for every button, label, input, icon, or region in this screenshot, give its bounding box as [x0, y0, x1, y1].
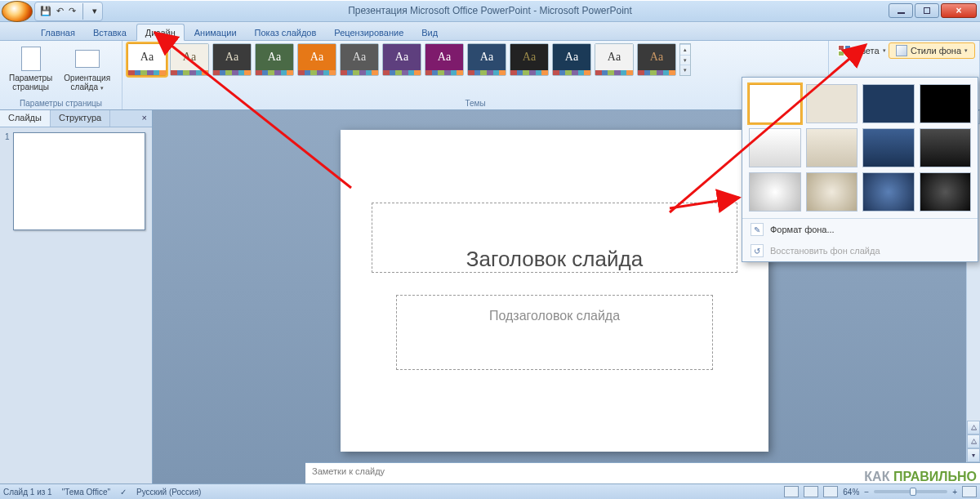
theme-aa: Aa [171, 44, 208, 70]
bgstyles-label: Стили фона [911, 46, 961, 56]
save-icon[interactable]: 💾 [40, 6, 51, 16]
theme-thumb-6[interactable]: Aa [340, 43, 379, 76]
page-setup-button[interactable]: Параметры страницы [5, 43, 56, 94]
theme-thumb-7[interactable]: Aa [382, 43, 421, 76]
ribbon: Параметры страницы Ориентация слайда ▾ П… [0, 41, 980, 110]
theme-thumb-13[interactable]: Aa [637, 43, 676, 76]
chevron-down-icon: ▾ [964, 47, 968, 54]
bg-style-12[interactable] [920, 172, 972, 212]
status-spellcheck-icon[interactable]: ✓ [120, 488, 127, 497]
tab-outline[interactable]: Структура [51, 110, 110, 127]
tab-insert[interactable]: Вставка [85, 25, 135, 40]
theme-swatches [213, 70, 251, 75]
bg-style-9[interactable] [749, 172, 801, 212]
theme-swatches [595, 70, 633, 75]
bg-style-4[interactable] [920, 84, 972, 123]
office-button[interactable] [2, 1, 33, 22]
tab-design[interactable]: Дизайн [136, 24, 185, 41]
theme-thumb-11[interactable]: Aa [552, 43, 591, 76]
background-styles-grid [742, 78, 978, 218]
colors-button[interactable]: Цвета ▾ [834, 43, 890, 58]
close-button[interactable]: × [941, 3, 977, 18]
format-background-menuitem[interactable]: ✎ Формат фона... [742, 219, 978, 240]
background-styles-button[interactable]: Стили фона ▾ [889, 42, 975, 59]
group-themes: AaAaAaAaAaAaAaAaAaAaAaAaAa ▴ ▾ ▾ Темы [122, 41, 829, 109]
theme-thumb-1[interactable]: Aa [127, 43, 167, 76]
format-bg-label: Формат фона... [770, 225, 835, 234]
status-language[interactable]: Русский (Россия) [136, 488, 201, 497]
bg-style-8[interactable] [920, 128, 972, 167]
bg-style-2[interactable] [806, 84, 858, 123]
zoom-in-icon[interactable]: + [952, 488, 957, 497]
theme-aa: Aa [553, 44, 590, 70]
theme-aa: Aa [298, 44, 336, 70]
maximize-button[interactable] [915, 3, 939, 18]
bg-style-7[interactable] [862, 128, 915, 167]
view-slideshow-button[interactable] [823, 486, 838, 497]
tab-animations[interactable]: Анимации [186, 25, 245, 40]
theme-swatches [510, 70, 548, 75]
theme-thumb-9[interactable]: Aa [467, 43, 506, 76]
subtitle-placeholder-text: Подзаголовок слайда [489, 309, 620, 369]
theme-thumb-4[interactable]: Aa [255, 43, 294, 76]
subtitle-placeholder[interactable]: Подзаголовок слайда [396, 295, 713, 370]
theme-swatches [298, 70, 336, 75]
scroll-down-icon[interactable]: ▾ [967, 448, 980, 462]
slides-panel: Слайды Структура × 1 [0, 110, 153, 483]
watermark-b: ПРАВИЛЬНО [893, 470, 977, 483]
next-slide-icon[interactable]: ⧋ [967, 434, 980, 448]
theme-aa: Aa [510, 44, 548, 70]
tab-review[interactable]: Рецензирование [326, 25, 412, 40]
ribbon-tabs: Главная Вставка Дизайн Анимации Показ сл… [0, 22, 980, 41]
theme-thumb-2[interactable]: Aa [170, 43, 209, 76]
themes-gallery-scroll[interactable]: ▴ ▾ ▾ [679, 43, 691, 76]
panel-close-icon[interactable]: × [137, 110, 152, 127]
window-controls: × [889, 3, 977, 18]
gallery-up-icon[interactable]: ▴ [680, 44, 690, 55]
bg-style-1[interactable] [749, 84, 801, 123]
zoom-slider[interactable] [874, 490, 947, 493]
title-bar: 💾 ↶ ↷ ▾ Презентация Microsoft Office Pow… [0, 0, 980, 22]
fit-window-button[interactable] [962, 486, 977, 497]
theme-swatches [553, 70, 590, 75]
theme-thumb-5[interactable]: Aa [297, 43, 336, 76]
slide-thumbnail-1[interactable]: 1 [5, 132, 147, 230]
qat-customize-icon[interactable]: ▾ [92, 6, 97, 16]
gallery-more-icon[interactable]: ▾ [680, 65, 690, 75]
colors-icon [838, 45, 851, 56]
slide-canvas[interactable]: Заголовок слайда Подзаголовок слайда [341, 130, 768, 452]
bg-style-3[interactable] [862, 84, 915, 123]
tab-slideshow[interactable]: Показ слайдов [247, 25, 325, 40]
tab-home[interactable]: Главная [33, 25, 83, 40]
bg-style-11[interactable] [862, 172, 915, 212]
gallery-down-icon[interactable]: ▾ [680, 55, 690, 65]
zoom-out-icon[interactable]: − [864, 488, 869, 497]
theme-aa: Aa [256, 44, 293, 70]
tab-slides[interactable]: Слайды [0, 110, 51, 127]
notes-placeholder-text: Заметки к слайду [312, 466, 385, 476]
theme-thumb-12[interactable]: Aa [595, 43, 634, 76]
bg-style-5[interactable] [749, 128, 801, 167]
view-sorter-button[interactable] [804, 486, 818, 497]
title-placeholder[interactable]: Заголовок слайда [372, 203, 737, 273]
zoom-thumb[interactable] [910, 488, 916, 496]
tab-view[interactable]: Вид [413, 25, 446, 40]
bg-style-10[interactable] [806, 172, 858, 212]
theme-thumb-10[interactable]: Aa [510, 43, 549, 76]
bg-style-6[interactable] [806, 128, 858, 167]
redo-icon[interactable]: ↷ [69, 6, 76, 16]
minimize-button[interactable] [889, 3, 913, 18]
theme-thumb-3[interactable]: Aa [212, 43, 252, 76]
orientation-button[interactable]: Ориентация слайда ▾ [60, 43, 114, 95]
background-styles-popup: ✎ Формат фона... ↺ Восстановить фон слай… [742, 77, 978, 262]
theme-swatches [638, 70, 675, 75]
theme-aa: Aa [341, 44, 378, 70]
theme-thumb-8[interactable]: Aa [425, 43, 464, 76]
status-zoom[interactable]: 64% [843, 488, 859, 497]
qat-separator [82, 3, 86, 20]
slide-number: 1 [5, 132, 10, 230]
prev-slide-icon[interactable]: ⧋ [967, 421, 980, 434]
slides-panel-body: 1 [0, 127, 152, 483]
view-normal-button[interactable] [784, 486, 799, 497]
undo-icon[interactable]: ↶ [56, 6, 64, 16]
